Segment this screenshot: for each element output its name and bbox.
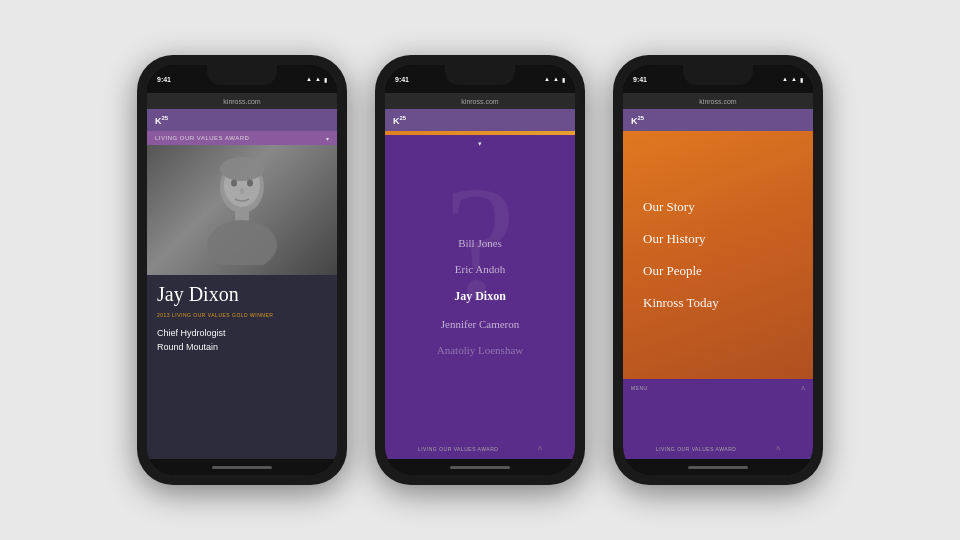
status-bar-2: 9:41 ▲ ▲ ▮ xyxy=(385,65,575,93)
kinross-logo-2: K25 xyxy=(393,115,406,126)
app-header-2: K25 xyxy=(385,109,575,131)
url-bar-3[interactable]: kinross.com xyxy=(623,93,813,109)
menu-item-kinross-today[interactable]: Kinross Today xyxy=(643,295,793,311)
svg-point-4 xyxy=(220,157,264,181)
chevron-up-icon-3b[interactable]: ^ xyxy=(776,445,780,454)
status-time-1: 9:41 xyxy=(157,76,171,83)
chevron-up-icon-3[interactable]: ^ xyxy=(801,385,805,394)
status-icons-3: ▲ ▲ ▮ xyxy=(782,76,803,83)
app-header-3: K25 xyxy=(623,109,813,131)
url-text-2: kinross.com xyxy=(461,98,498,105)
home-bar-2 xyxy=(450,466,510,469)
list-header[interactable]: ▾ xyxy=(385,135,575,153)
url-text-3: kinross.com xyxy=(699,98,736,105)
wifi-icon-3: ▲ xyxy=(791,76,797,82)
phone-3: 9:41 ▲ ▲ ▮ kinross.com K25 Our Story xyxy=(613,55,823,485)
svg-point-7 xyxy=(240,188,244,194)
status-bar-3: 9:41 ▲ ▲ ▮ xyxy=(623,65,813,93)
people-list: ? Bill Jones Eric Andoh Jay Dixon Jennif… xyxy=(385,153,575,439)
svg-point-2 xyxy=(207,220,277,265)
home-indicator-3 xyxy=(623,459,813,475)
phone3-footer: LIVING OUR VALUES AWARD ^ xyxy=(623,439,813,459)
url-bar-2[interactable]: kinross.com xyxy=(385,93,575,109)
person-photo xyxy=(147,145,337,275)
signal-icon: ▲ xyxy=(306,76,312,82)
list-item[interactable]: Eric Andoh xyxy=(385,256,575,282)
status-time-3: 9:41 xyxy=(633,76,647,83)
signal-icon-2: ▲ xyxy=(544,76,550,82)
navigation-menu: Our Story Our History Our People Kinross… xyxy=(623,131,813,379)
list-item[interactable]: Bill Jones xyxy=(385,230,575,256)
footer-label-3b: LIVING OUR VALUES AWARD xyxy=(656,446,737,452)
app-header-1: K25 xyxy=(147,109,337,131)
person-silhouette xyxy=(197,155,287,265)
phone-1: 9:41 ▲ ▲ ▮ kinross.com K25 LIVING OU xyxy=(137,55,347,485)
status-icons-2: ▲ ▲ ▮ xyxy=(544,76,565,83)
menu-item-our-people[interactable]: Our People xyxy=(643,263,793,279)
menu-item-our-story[interactable]: Our Story xyxy=(643,199,793,215)
award-label: LIVING OUR VALUES AWARD xyxy=(155,135,249,141)
url-text-1: kinross.com xyxy=(223,98,260,105)
home-indicator-2 xyxy=(385,459,575,475)
svg-point-5 xyxy=(231,180,237,187)
award-header-bar[interactable]: LIVING OUR VALUES AWARD ▾ xyxy=(147,131,337,145)
status-bar-1: 9:41 ▲ ▲ ▮ xyxy=(147,65,337,93)
menu-screen: Our Story Our History Our People Kinross… xyxy=(623,131,813,439)
battery-icon-3: ▮ xyxy=(800,76,803,83)
url-bar-1[interactable]: kinross.com xyxy=(147,93,337,109)
main-scene: 9:41 ▲ ▲ ▮ kinross.com K25 LIVING OU xyxy=(0,0,960,540)
list-item[interactable]: Jennifer Cameron xyxy=(385,311,575,337)
person-title: Chief Hydrologist xyxy=(157,328,327,338)
wifi-icon-2: ▲ xyxy=(553,76,559,82)
battery-icon-2: ▮ xyxy=(562,76,565,83)
home-indicator-1 xyxy=(147,459,337,475)
status-time-2: 9:41 xyxy=(395,76,409,83)
list-item-active[interactable]: Jay Dixon xyxy=(385,282,575,311)
home-bar-3 xyxy=(688,466,748,469)
person-info: Jay Dixon 2013 LIVING OUR VALUES GOLD WI… xyxy=(147,275,337,459)
list-item[interactable]: Anatoliy Loenshaw xyxy=(385,337,575,363)
list-screen: ? Bill Jones Eric Andoh Jay Dixon Jennif… xyxy=(385,153,575,439)
phone-2: 9:41 ▲ ▲ ▮ kinross.com K25 ▾ xyxy=(375,55,585,485)
status-icons-1: ▲ ▲ ▮ xyxy=(306,76,327,83)
person-award-label: 2013 LIVING OUR VALUES GOLD WINNER xyxy=(157,312,327,318)
menu-item-our-history[interactable]: Our History xyxy=(643,231,793,247)
chevron-down-icon[interactable]: ▾ xyxy=(326,135,330,142)
person-location: Round Moutain xyxy=(157,342,327,352)
footer-label-2: LIVING OUR VALUES AWARD xyxy=(418,446,499,452)
wifi-icon: ▲ xyxy=(315,76,321,82)
kinross-logo-3: K25 xyxy=(631,115,644,126)
svg-point-6 xyxy=(247,180,253,187)
footer-label-3: Menu xyxy=(631,385,648,391)
battery-icon: ▮ xyxy=(324,76,327,83)
signal-icon-3: ▲ xyxy=(782,76,788,82)
chevron-up-icon-2[interactable]: ^ xyxy=(538,445,542,454)
purple-bottom-section: Menu ^ xyxy=(623,379,813,439)
list-footer: LIVING OUR VALUES AWARD ^ xyxy=(385,439,575,459)
person-name: Jay Dixon xyxy=(157,283,327,306)
profile-screen: Jay Dixon 2013 LIVING OUR VALUES GOLD WI… xyxy=(147,145,337,459)
chevron-down-list[interactable]: ▾ xyxy=(478,140,482,148)
home-bar-1 xyxy=(212,466,272,469)
kinross-logo-1: K25 xyxy=(155,115,168,126)
